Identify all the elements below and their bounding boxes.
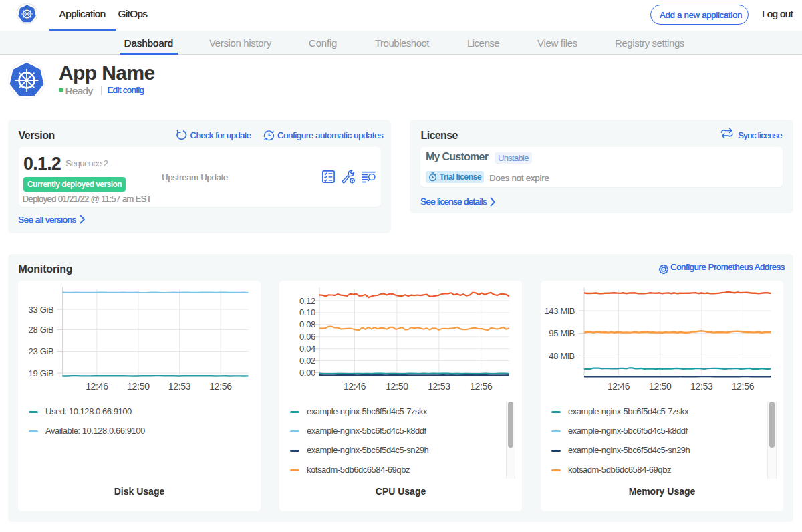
svg-text:12:53: 12:53 <box>428 381 450 392</box>
svg-text:48 MiB: 48 MiB <box>549 351 575 361</box>
svg-text:0.10: 0.10 <box>299 307 315 317</box>
svg-text:0.06: 0.06 <box>299 331 315 342</box>
svg-text:12:46: 12:46 <box>86 381 108 392</box>
svg-text:12:50: 12:50 <box>127 381 150 392</box>
svg-text:95 MiB: 95 MiB <box>549 328 575 338</box>
svg-text:19 GiB: 19 GiB <box>29 368 54 378</box>
svg-text:12:56: 12:56 <box>732 381 755 392</box>
svg-text:0.04: 0.04 <box>299 344 315 354</box>
svg-text:28 GiB: 28 GiB <box>29 325 54 335</box>
svg-text:23 GiB: 23 GiB <box>29 346 54 356</box>
svg-text:0.08: 0.08 <box>299 319 315 329</box>
svg-text:33 GiB: 33 GiB <box>29 305 54 315</box>
svg-text:12:46: 12:46 <box>608 381 630 392</box>
svg-text:0.00: 0.00 <box>299 368 315 378</box>
svg-text:12:56: 12:56 <box>470 381 493 392</box>
svg-text:0.12: 0.12 <box>299 296 315 306</box>
svg-text:12:46: 12:46 <box>344 381 366 392</box>
svg-text:12:50: 12:50 <box>386 381 408 392</box>
svg-text:12:53: 12:53 <box>690 381 713 392</box>
svg-text:12:56: 12:56 <box>209 381 232 392</box>
svg-text:12:50: 12:50 <box>649 381 672 392</box>
svg-text:0.02: 0.02 <box>299 356 315 366</box>
svg-text:12:53: 12:53 <box>168 381 191 392</box>
svg-text:143 MiB: 143 MiB <box>544 306 575 316</box>
